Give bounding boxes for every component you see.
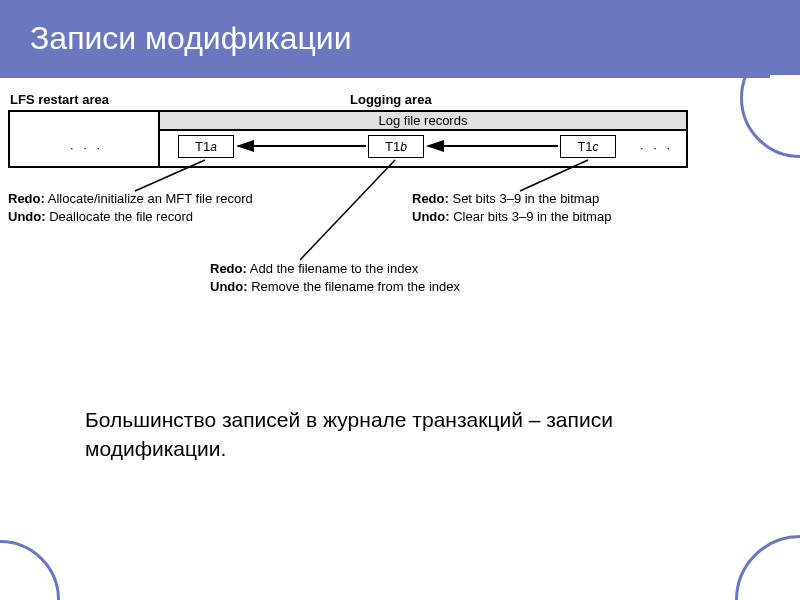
label-logging-area: Logging area xyxy=(350,92,432,107)
record-t1a-s: a xyxy=(210,140,217,154)
anno-right-redo-text: Set bits 3–9 in the bitmap xyxy=(449,191,599,206)
record-t1b-s: b xyxy=(400,140,407,154)
anno-right-redo-label: Redo: xyxy=(412,191,449,206)
record-t1a-t: T1 xyxy=(195,139,210,154)
record-t1c-t: T1 xyxy=(577,139,592,154)
diagram-area: LFS restart area Logging area Log file r… xyxy=(0,78,800,128)
anno-mid-undo-text: Remove the filename from the index xyxy=(248,279,460,294)
decor-arc-bottom-right xyxy=(735,535,800,600)
page-title: Записи модификации xyxy=(0,0,800,75)
ellipsis-left: · · · xyxy=(70,140,103,155)
body-text: Большинство записей в журнале транзакций… xyxy=(85,405,685,464)
ellipsis-right: · · · xyxy=(640,140,673,155)
anno-mid-redo-text: Add the filename to the index xyxy=(247,261,418,276)
record-t1a: T1a xyxy=(178,135,234,158)
decor-arc-bottom-left xyxy=(0,540,60,600)
record-t1c: T1c xyxy=(560,135,616,158)
anno-left-redo-label: Redo: xyxy=(8,191,45,206)
anno-left-undo-text: Deallocate the file record xyxy=(46,209,193,224)
anno-left-redo-text: Allocate/initialize an MFT file record xyxy=(45,191,253,206)
record-t1c-s: c xyxy=(593,140,599,154)
record-t1b-t: T1 xyxy=(385,139,400,154)
anno-mid-undo-label: Undo: xyxy=(210,279,248,294)
anno-mid-redo-label: Redo: xyxy=(210,261,247,276)
label-lfs-restart: LFS restart area xyxy=(10,92,109,107)
annotation-right: Redo: Set bits 3–9 in the bitmap Undo: C… xyxy=(412,190,712,225)
logfile-records-header: Log file records xyxy=(160,112,686,131)
record-t1b: T1b xyxy=(368,135,424,158)
anno-left-undo-label: Undo: xyxy=(8,209,46,224)
anno-right-undo-label: Undo: xyxy=(412,209,450,224)
anno-right-undo-text: Clear bits 3–9 in the bitmap xyxy=(450,209,612,224)
annotation-left: Redo: Allocate/initialize an MFT file re… xyxy=(8,190,328,225)
annotation-middle: Redo: Add the filename to the index Undo… xyxy=(210,260,550,295)
